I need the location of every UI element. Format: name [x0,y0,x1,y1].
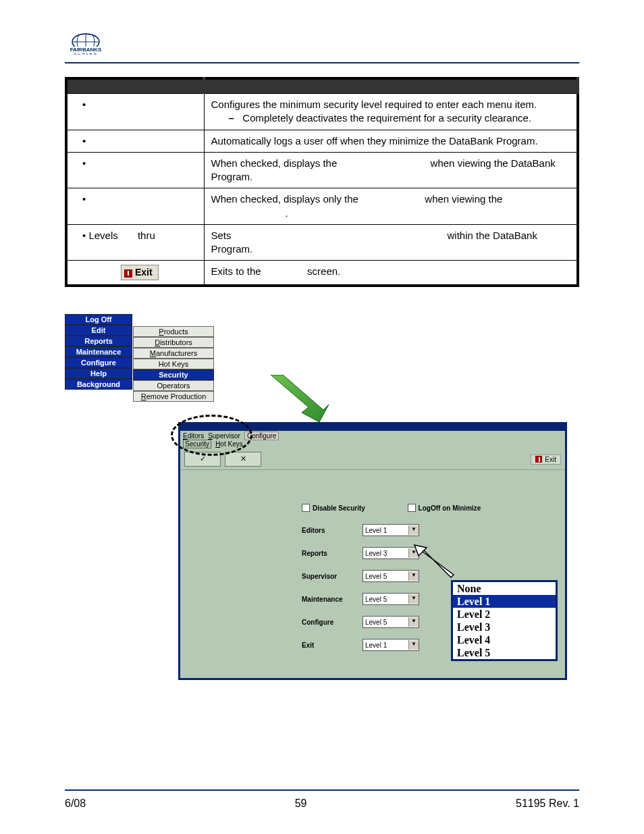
combo-value: Level 1 [363,527,408,534]
feature-description: Configures the minimum security level re… [204,94,578,130]
feature-description: Automatically logs a user off when they … [204,130,578,152]
svg-marker-2 [414,545,454,577]
feature-label: • [66,188,204,225]
window-menu-item[interactable]: Editors [183,432,204,440]
listbox-option[interactable]: Level 4 [453,633,556,646]
feature-description: Exits to the screen. [204,261,578,286]
combo-value: Level 5 [363,619,408,626]
level-combo[interactable]: Level 1▼ [363,639,419,651]
footer-rule [65,789,579,791]
sub-menu-item[interactable]: Products [133,326,214,337]
listbox-option[interactable]: Level 5 [453,646,556,659]
fairbanks-logo: FAIRBANKS SCALES [65,27,107,61]
green-arrow-icon [271,375,331,422]
feature-description: When checked, displays the when viewing … [204,152,578,188]
feature-description: When checked, displays only the when vie… [204,188,578,225]
window-titlebar [180,424,565,431]
page-footer: 6/08 59 51195 Rev. 1 [65,798,579,810]
listbox-option[interactable]: Level 3 [453,621,556,633]
main-menu-item[interactable]: Log Off [65,314,132,325]
level-combo[interactable]: Level 5▼ [363,570,419,582]
page-number: 59 [295,798,307,810]
sub-menu-item[interactable]: Hot Keys [133,359,214,369]
feature-description: Setswithin the DataBank Program. [204,224,578,261]
sub-menu-item[interactable]: Distributors [133,337,214,348]
listbox-option[interactable]: Level 2 [453,608,556,621]
sub-menu-item[interactable]: Remove Production [133,391,214,402]
combo-value: Level 5 [363,596,408,603]
main-menu-item[interactable]: Configure [65,357,132,368]
combo-value: Level 5 [363,573,408,580]
field-label: Configure [302,619,363,626]
feature-label: • Levels thru [66,224,204,261]
sub-menu: ProductsDistributorsManufacturersHot Key… [133,326,214,402]
field-label: Exit [302,642,363,649]
logoff-on-minimize-checkbox[interactable]: LogOff on Minimize [408,504,481,512]
chevron-down-icon[interactable]: ▼ [408,640,419,650]
sub-menu-item[interactable]: Security [133,369,214,380]
feature-label: • [66,152,204,188]
screenshot-composite: Log OffEditReportsMaintenanceConfigureHe… [65,314,579,706]
field-label: Editors [302,527,363,534]
listbox-option[interactable]: Level 1 [453,595,556,608]
field-label: Supervisor [302,573,363,580]
sub-menu-item[interactable]: Manufacturers [133,348,214,359]
white-arrow-icon [412,544,459,584]
level-combo[interactable]: Level 5▼ [363,616,419,628]
exit-icon [535,456,542,463]
level-combo[interactable]: Level 5▼ [363,593,419,605]
window-menu-item[interactable]: Hot Keys [215,440,243,448]
window-menubar: EditorsSupervisorConfigure SecurityHot K… [180,431,565,449]
combo-value: Level 3 [363,550,408,557]
field-label: Reports [302,550,363,557]
apply-button[interactable] [184,452,221,467]
main-menu-item[interactable]: Maintenance [65,346,132,357]
window-menu-item[interactable]: Security [183,440,211,448]
field-label: Maintenance [302,596,363,603]
feature-label: • [66,94,204,130]
footer-date: 6/08 [65,798,86,810]
security-features-table: •Configures the minimum security level r… [65,77,579,287]
svg-marker-1 [271,375,329,422]
sub-menu-item[interactable]: Operators [133,380,214,391]
footer-rev: 51195 Rev. 1 [516,798,579,810]
window-toolbar: Exit [180,449,565,470]
feature-label: • [66,130,204,152]
level-combo[interactable]: Level 3▼ [363,547,419,559]
main-menu-item[interactable]: Reports [65,336,132,346]
chevron-down-icon[interactable]: ▼ [408,617,419,627]
level-listbox[interactable]: NoneLevel 1Level 2Level 3Level 4Level 5 [451,580,558,661]
disable-security-checkbox[interactable]: Disable Security [302,504,365,512]
cancel-button[interactable] [225,452,261,467]
listbox-option[interactable]: None [453,582,556,595]
window-menu-item[interactable]: Configure [244,432,279,440]
feature-label: Exit [66,261,204,286]
page-header: FAIRBANKS SCALES [65,27,579,63]
combo-value: Level 1 [363,642,408,649]
window-menu-item[interactable]: Supervisor [208,432,240,440]
chevron-down-icon[interactable]: ▼ [408,594,419,604]
exit-button[interactable]: Exit [531,454,561,465]
main-menu-item[interactable]: Help [65,368,132,379]
main-menu: Log OffEditReportsMaintenanceConfigureHe… [65,314,132,390]
main-menu-item[interactable]: Background [65,379,132,390]
main-menu-item[interactable]: Edit [65,325,132,336]
level-combo[interactable]: Level 1▼ [363,524,419,536]
security-field-row: EditorsLevel 1▼ [302,524,552,536]
chevron-down-icon[interactable]: ▼ [408,525,419,535]
